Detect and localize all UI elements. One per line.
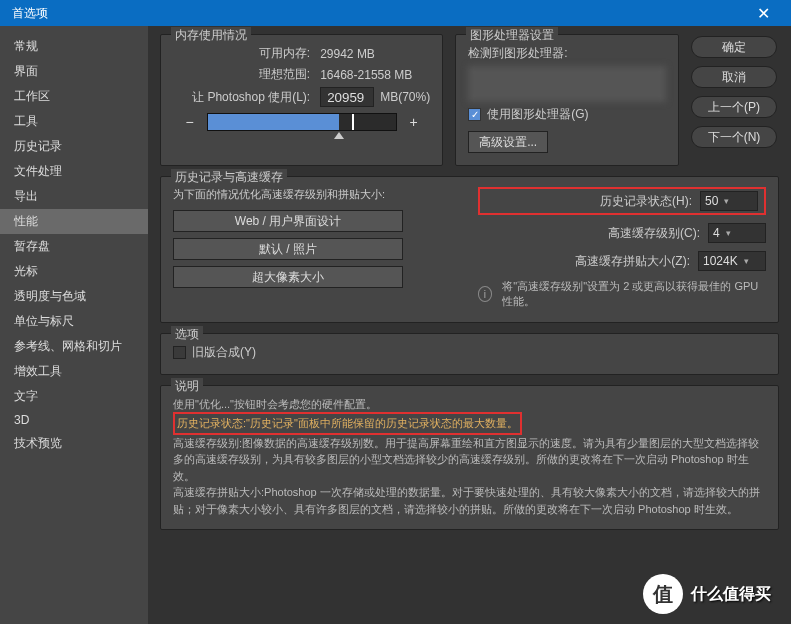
description-group-title: 说明 — [171, 378, 203, 395]
legacy-composite-label: 旧版合成(Y) — [192, 344, 256, 361]
ps-use-input[interactable] — [320, 87, 374, 107]
gpu-detected-label: 检测到图形处理器: — [468, 45, 666, 62]
optimize-default-button[interactable]: 默认 / 照片 — [173, 238, 403, 260]
gpu-info-blurred — [468, 66, 666, 102]
available-mem-value: 29942 MB — [320, 47, 430, 61]
watermark-icon: 值 — [643, 574, 683, 614]
checkbox-empty-icon — [173, 346, 186, 359]
memory-group-title: 内存使用情况 — [171, 27, 251, 44]
history-states-label: 历史记录状态(H): — [600, 193, 692, 210]
sidebar-item-interface[interactable]: 界面 — [0, 59, 148, 84]
sidebar-item-3d[interactable]: 3D — [0, 409, 148, 431]
optimize-web-button[interactable]: Web / 用户界面设计 — [173, 210, 403, 232]
info-icon: i — [478, 286, 493, 302]
sidebar-item-workspace[interactable]: 工作区 — [0, 84, 148, 109]
sidebar-item-filehandling[interactable]: 文件处理 — [0, 159, 148, 184]
sidebar-item-performance[interactable]: 性能 — [0, 209, 148, 234]
slider-plus[interactable]: + — [405, 113, 423, 131]
history-states-highlight: 历史记录状态(H): 50▾ — [478, 187, 767, 215]
sidebar-item-export[interactable]: 导出 — [0, 184, 148, 209]
slider-minus[interactable]: − — [181, 113, 199, 131]
desc-line1: 使用"优化..."按钮时会考虑您的硬件配置。 — [173, 396, 766, 413]
ps-use-suffix: MB(70%) — [380, 90, 430, 104]
sidebar-item-transparency[interactable]: 透明度与色域 — [0, 284, 148, 309]
ideal-range-label: 理想范围: — [259, 66, 310, 83]
memory-slider[interactable] — [207, 113, 397, 131]
chevron-down-icon: ▾ — [724, 196, 729, 206]
optimize-large-button[interactable]: 超大像素大小 — [173, 266, 403, 288]
cancel-button[interactable]: 取消 — [691, 66, 777, 88]
close-button[interactable]: ✕ — [743, 0, 783, 26]
use-gpu-checkbox[interactable]: ✓ 使用图形处理器(G) — [468, 106, 588, 123]
next-button[interactable]: 下一个(N) — [691, 126, 777, 148]
watermark-text: 什么值得买 — [691, 584, 771, 605]
chevron-down-icon: ▾ — [726, 228, 731, 238]
ideal-range-value: 16468-21558 MB — [320, 68, 430, 82]
sidebar-item-units[interactable]: 单位与标尺 — [0, 309, 148, 334]
history-group-title: 历史记录与高速缓存 — [171, 169, 287, 186]
cache-levels-select[interactable]: 4▾ — [708, 223, 766, 243]
sidebar-item-tools[interactable]: 工具 — [0, 109, 148, 134]
cache-tip: 将"高速缓存级别"设置为 2 或更高以获得最佳的 GPU性能。 — [502, 279, 766, 310]
slider-handle-icon[interactable] — [334, 132, 344, 139]
sidebar-item-guides[interactable]: 参考线、网格和切片 — [0, 334, 148, 359]
sidebar-item-history[interactable]: 历史记录 — [0, 134, 148, 159]
watermark: 值 什么值得买 — [643, 574, 771, 614]
history-subtitle: 为下面的情况优化高速缓存级别和拼贴大小: — [173, 187, 462, 202]
sidebar-item-techpreview[interactable]: 技术预览 — [0, 431, 148, 456]
checkmark-icon: ✓ — [468, 108, 481, 121]
sidebar-item-general[interactable]: 常规 — [0, 34, 148, 59]
sidebar-item-scratchdisk[interactable]: 暂存盘 — [0, 234, 148, 259]
options-group-title: 选项 — [171, 326, 203, 343]
ps-use-label: 让 Photoshop 使用(L): — [192, 89, 310, 106]
gpu-advanced-button[interactable]: 高级设置... — [468, 131, 548, 153]
gpu-group-title: 图形处理器设置 — [466, 27, 558, 44]
chevron-down-icon: ▾ — [744, 256, 749, 266]
ok-button[interactable]: 确定 — [691, 36, 777, 58]
available-mem-label: 可用内存: — [259, 45, 310, 62]
desc-body: 高速缓存级别:图像数据的高速缓存级别数。用于提高屏幕重绘和直方图显示的速度。请为… — [173, 435, 766, 518]
use-gpu-label: 使用图形处理器(G) — [487, 106, 588, 123]
sidebar-item-type[interactable]: 文字 — [0, 384, 148, 409]
tile-size-label: 高速缓存拼贴大小(Z): — [575, 253, 690, 270]
tile-size-select[interactable]: 1024K▾ — [698, 251, 766, 271]
sidebar-item-cursor[interactable]: 光标 — [0, 259, 148, 284]
sidebar: 常规 界面 工作区 工具 历史记录 文件处理 导出 性能 暂存盘 光标 透明度与… — [0, 26, 148, 624]
window-title: 首选项 — [12, 5, 48, 22]
history-states-select[interactable]: 50▾ — [700, 191, 758, 211]
prev-button[interactable]: 上一个(P) — [691, 96, 777, 118]
cache-levels-label: 高速缓存级别(C): — [608, 225, 700, 242]
desc-highlight: 历史记录状态:"历史记录"面板中所能保留的历史记录状态的最大数量。 — [173, 412, 522, 435]
legacy-composite-checkbox[interactable]: 旧版合成(Y) — [173, 344, 256, 361]
sidebar-item-plugins[interactable]: 增效工具 — [0, 359, 148, 384]
